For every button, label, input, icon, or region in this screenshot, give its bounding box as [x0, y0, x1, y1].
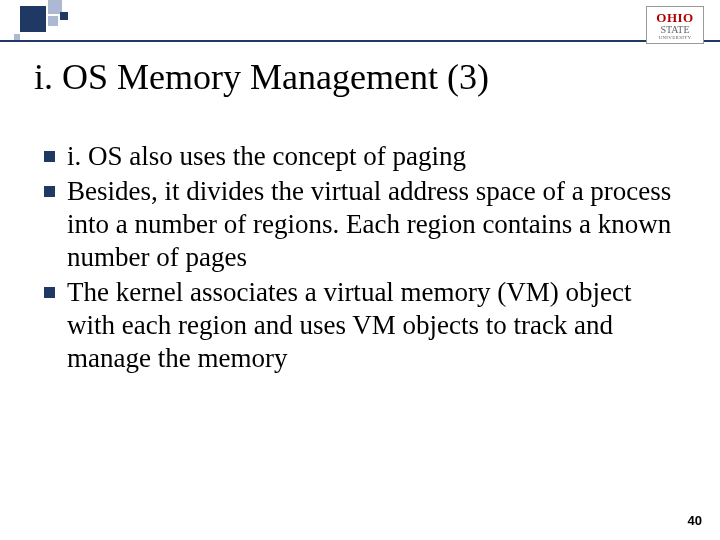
- bullet-icon: [44, 151, 55, 162]
- bullet-text: i. OS also uses the concept of paging: [67, 140, 466, 173]
- bullet-item: i. OS also uses the concept of paging: [44, 140, 680, 173]
- bullet-icon: [44, 287, 55, 298]
- bullet-text: Besides, it divides the virtual address …: [67, 175, 680, 274]
- bullet-item: The kernel associates a virtual memory (…: [44, 276, 680, 375]
- slide-body: i. OS also uses the concept of paging Be…: [44, 140, 680, 377]
- logo-line3: UNIVERSITY: [659, 35, 692, 40]
- page-number: 40: [688, 513, 702, 528]
- slide-title: i. OS Memory Management (3): [34, 56, 489, 98]
- logo-line2: STATE: [660, 25, 689, 35]
- bullet-item: Besides, it divides the virtual address …: [44, 175, 680, 274]
- bullet-text: The kernel associates a virtual memory (…: [67, 276, 680, 375]
- logo-line1: OHIO: [656, 11, 693, 24]
- ohio-state-logo: OHIO STATE UNIVERSITY: [646, 6, 704, 44]
- bullet-icon: [44, 186, 55, 197]
- header-decoration: [0, 0, 720, 44]
